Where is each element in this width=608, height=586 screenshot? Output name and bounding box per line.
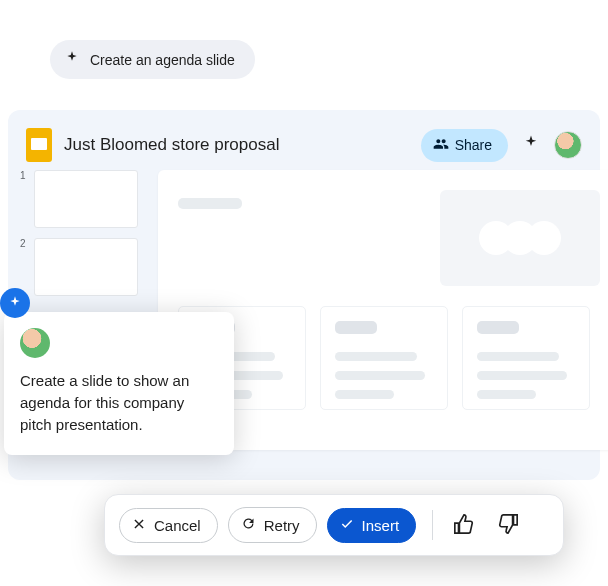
sparkle-icon — [64, 50, 80, 69]
insert-label: Insert — [362, 517, 400, 534]
avatar[interactable] — [554, 131, 582, 159]
suggestion-label: Create an agenda slide — [90, 52, 235, 68]
shape-icon — [479, 221, 561, 255]
suggestion-chip[interactable]: Create an agenda slide — [50, 40, 255, 79]
ai-sparkle-badge[interactable] — [0, 288, 30, 318]
thumbs-up-button[interactable] — [449, 509, 479, 542]
content-card — [320, 306, 448, 410]
placeholder-line — [178, 198, 242, 209]
document-title[interactable]: Just Bloomed store proposal — [64, 135, 421, 155]
share-label: Share — [455, 137, 492, 153]
thumbnail-number: 1 — [20, 170, 28, 181]
image-placeholder — [440, 190, 600, 286]
people-icon — [433, 136, 449, 155]
divider — [432, 510, 433, 540]
app-header: Just Bloomed store proposal Share — [8, 128, 600, 176]
insert-button[interactable]: Insert — [327, 508, 417, 543]
retry-button[interactable]: Retry — [228, 507, 317, 543]
avatar — [20, 328, 50, 358]
thumbs-down-button[interactable] — [493, 509, 523, 542]
share-button[interactable]: Share — [421, 129, 508, 162]
prompt-text: Create a slide to show an agenda for thi… — [20, 370, 218, 435]
cancel-button[interactable]: Cancel — [119, 508, 218, 543]
slide-thumbnail[interactable] — [34, 170, 138, 228]
content-card — [462, 306, 590, 410]
retry-label: Retry — [264, 517, 300, 534]
prompt-popover: Create a slide to show an agenda for thi… — [4, 312, 234, 455]
refresh-icon — [241, 516, 256, 534]
close-icon — [132, 517, 146, 534]
thumbnail-panel: 1 2 — [20, 170, 140, 306]
thumbs-up-icon — [453, 513, 475, 535]
thumbnail-number: 2 — [20, 238, 28, 249]
thumbs-down-icon — [497, 513, 519, 535]
check-icon — [340, 517, 354, 534]
sparkle-icon[interactable] — [522, 134, 540, 156]
thumbnail-row[interactable]: 1 — [20, 170, 140, 228]
cancel-label: Cancel — [154, 517, 201, 534]
action-bar: Cancel Retry Insert — [104, 494, 564, 556]
slides-logo-icon — [26, 128, 52, 162]
slide-thumbnail[interactable] — [34, 238, 138, 296]
thumbnail-row[interactable]: 2 — [20, 238, 140, 296]
